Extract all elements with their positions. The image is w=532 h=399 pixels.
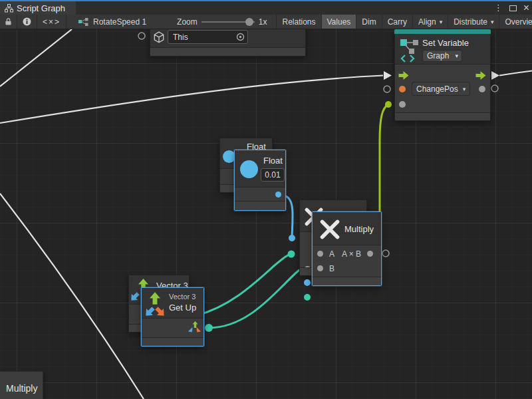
variable-kind-strip bbox=[394, 29, 491, 34]
multiply-output-port[interactable] bbox=[367, 251, 373, 257]
node-title: Get Up bbox=[169, 303, 196, 313]
multiply-input-a-port[interactable] bbox=[317, 251, 323, 257]
node-multiply[interactable]: Multiply A A × B B bbox=[312, 211, 382, 286]
wire-end-dot-blue bbox=[289, 235, 295, 241]
graph-name: RotateSpeed 1 bbox=[93, 17, 146, 27]
tab-label: Script Graph bbox=[17, 3, 65, 13]
port-label-a: A bbox=[329, 249, 334, 259]
chevron-down-icon: ▾ bbox=[458, 82, 469, 95]
set-variable-icon bbox=[400, 37, 420, 63]
this-object-field[interactable]: This bbox=[168, 30, 248, 44]
code-view-toggle[interactable]: <×> bbox=[37, 15, 66, 29]
node-footer bbox=[150, 47, 305, 56]
variable-name-value: ChangePos bbox=[412, 84, 458, 94]
flow-arrowhead-in bbox=[384, 71, 392, 80]
flow-wire-into-set-variable bbox=[0, 76, 383, 124]
variable-name-dropdown[interactable]: ChangePos ▾ bbox=[412, 82, 470, 96]
graph-toolbar: <×> RotateSpeed 1 Zoom 1x Relations Valu… bbox=[0, 15, 532, 29]
close-icon[interactable]: × bbox=[523, 2, 529, 14]
toolbar-button-overview[interactable]: Overview bbox=[499, 15, 532, 29]
port-label-result: A × B bbox=[342, 249, 361, 259]
node-footer bbox=[235, 201, 285, 210]
port-label-b: B bbox=[329, 264, 334, 273]
wire-teal-vector3-to-multiply bbox=[197, 254, 291, 315]
distribute-label: Distribute bbox=[454, 17, 487, 27]
flow-wire-bottom-left bbox=[0, 194, 144, 399]
toolbar-button-values[interactable]: Values bbox=[322, 15, 357, 29]
node-set-variable[interactable]: Set Variable Graph ▾ ChangePos ▾ bbox=[394, 29, 491, 121]
node-multiply-corner[interactable]: Multiply bbox=[0, 371, 43, 399]
value-input-port[interactable] bbox=[399, 101, 406, 108]
toolbar-button-relations[interactable]: Relations bbox=[276, 15, 321, 29]
info-button[interactable] bbox=[17, 15, 37, 29]
flow-wire-top-left bbox=[0, 29, 72, 86]
node-type-label: Vector 3 bbox=[169, 293, 196, 301]
graph-tree-icon bbox=[5, 4, 13, 13]
zoom-value: 1x bbox=[259, 17, 267, 27]
wire-end-dot-lime bbox=[385, 101, 392, 108]
port-outline-setvariable-left[interactable] bbox=[384, 86, 390, 92]
graph-node-icon bbox=[78, 18, 88, 26]
object-picker-icon[interactable] bbox=[236, 33, 245, 41]
float-output-port[interactable] bbox=[275, 192, 281, 198]
wire-end-dot-teal bbox=[288, 251, 295, 258]
node-footer bbox=[313, 277, 381, 285]
graph-breadcrumb[interactable]: RotateSpeed 1 bbox=[66, 15, 152, 29]
node-title: Multiply bbox=[344, 224, 374, 234]
multiply-input-b-port[interactable] bbox=[317, 265, 323, 271]
window-menu-icon[interactable]: ⋮ bbox=[494, 1, 503, 15]
node-title: Set Variable bbox=[422, 38, 469, 48]
node-footer bbox=[395, 112, 490, 120]
window-controls: ⋮ × bbox=[494, 1, 529, 15]
zoom-slider[interactable] bbox=[201, 21, 255, 23]
node-title: Multiply bbox=[6, 383, 37, 394]
zoom-label: Zoom bbox=[177, 17, 198, 27]
title-bar: Script Graph ⋮ × bbox=[0, 0, 532, 15]
variable-output-port[interactable] bbox=[479, 86, 485, 92]
scope-value: Graph bbox=[423, 51, 455, 61]
graph-canvas[interactable]: This Set Variable Graph ▾ bbox=[0, 29, 532, 399]
toolbar-button-carry[interactable]: Carry bbox=[382, 15, 413, 29]
float-value-field[interactable]: 0.01 bbox=[261, 168, 285, 182]
toolbar-button-align[interactable]: Align ▾ bbox=[413, 15, 448, 29]
float-icon bbox=[240, 160, 258, 178]
zoom-control: Zoom 1x bbox=[172, 15, 272, 29]
flow-arrowhead-out bbox=[491, 71, 499, 80]
port-outline-this[interactable] bbox=[138, 33, 145, 39]
info-icon bbox=[23, 17, 31, 26]
lock-icon bbox=[5, 17, 11, 26]
toolbar-button-distribute[interactable]: Distribute ▾ bbox=[448, 15, 499, 29]
flow-in-port[interactable] bbox=[398, 71, 410, 80]
flow-out-port[interactable] bbox=[475, 71, 487, 80]
cube-icon bbox=[153, 31, 165, 44]
node-this[interactable]: This bbox=[150, 29, 306, 57]
wire-teal-getup-to-multiply bbox=[209, 267, 305, 328]
tab-script-graph[interactable]: Script Graph bbox=[0, 1, 76, 15]
node-float[interactable]: Float 0.01 bbox=[234, 150, 286, 211]
align-label: Align bbox=[418, 17, 436, 27]
port-outline-multiply-right[interactable] bbox=[382, 250, 389, 257]
multiply-back-port-c[interactable] bbox=[304, 294, 311, 301]
window-focus-accent bbox=[0, 0, 532, 1]
multiply-back-port-b[interactable] bbox=[304, 279, 311, 286]
flow-wire-out bbox=[499, 71, 532, 76]
zoom-slider-handle[interactable] bbox=[245, 18, 253, 26]
port-outline-setvariable-right[interactable] bbox=[491, 85, 498, 92]
this-field-value: This bbox=[168, 33, 236, 42]
float-value: 0.01 bbox=[265, 170, 280, 180]
vector3-output-port-icon[interactable] bbox=[188, 321, 201, 334]
variable-scope-dropdown[interactable]: Graph ▾ bbox=[422, 50, 462, 62]
maximize-icon[interactable] bbox=[509, 5, 517, 11]
multiply-icon bbox=[319, 219, 340, 240]
chevron-down-icon: ▾ bbox=[440, 19, 443, 25]
variable-name-port[interactable] bbox=[399, 86, 406, 92]
node-title: Float bbox=[263, 156, 283, 166]
chevron-down-icon: ▾ bbox=[455, 53, 462, 59]
lock-button[interactable] bbox=[0, 15, 17, 29]
node-get-up[interactable]: Vector 3 Get Up bbox=[141, 287, 204, 346]
node-footer bbox=[142, 337, 203, 346]
toolbar-button-dim[interactable]: Dim bbox=[356, 15, 382, 29]
chevron-down-icon: ▾ bbox=[491, 19, 494, 25]
arrow-up-icon bbox=[150, 292, 160, 305]
